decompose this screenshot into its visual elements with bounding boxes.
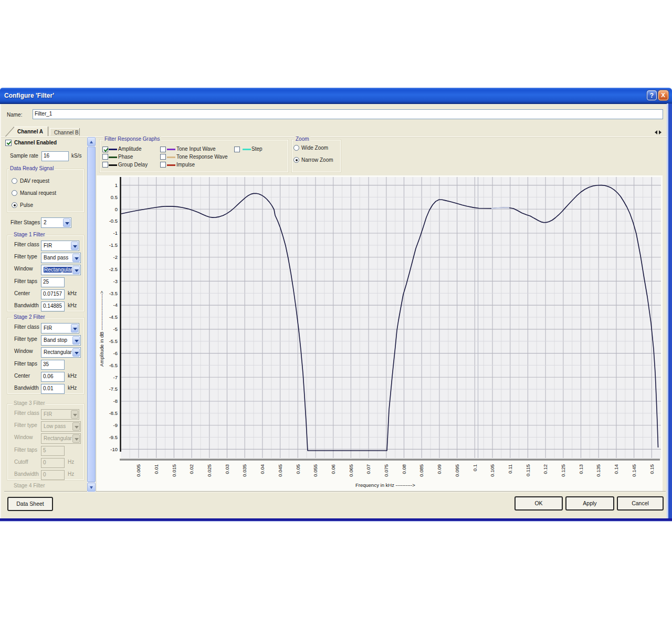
- svg-text:-1: -1: [113, 230, 118, 236]
- svg-text:-5.5: -5.5: [109, 338, 118, 344]
- svg-text:-1.5: -1.5: [109, 242, 118, 248]
- svg-text:-2: -2: [113, 254, 118, 260]
- svg-text:-8.5: -8.5: [109, 410, 118, 416]
- svg-text:-7.5: -7.5: [109, 386, 118, 392]
- svg-text:-10: -10: [110, 446, 118, 452]
- svg-text:-4: -4: [113, 302, 118, 308]
- svg-text:Amplitude in dB --------------: Amplitude in dB ---------------------->: [99, 290, 104, 367]
- svg-text:-9: -9: [113, 422, 118, 428]
- svg-text:0.15: 0.15: [649, 464, 655, 474]
- svg-text:0.095: 0.095: [454, 464, 460, 477]
- svg-text:0.025: 0.025: [206, 464, 212, 477]
- svg-text:0.125: 0.125: [560, 464, 566, 477]
- svg-text:-3: -3: [113, 278, 118, 284]
- svg-text:Frequency in kHz ---------->: Frequency in kHz ---------->: [355, 482, 415, 488]
- svg-text:0.075: 0.075: [383, 464, 389, 477]
- svg-text:0.005: 0.005: [135, 464, 141, 477]
- svg-text:0.05: 0.05: [295, 464, 301, 474]
- svg-text:0.055: 0.055: [312, 464, 318, 477]
- svg-text:0.06: 0.06: [330, 464, 336, 474]
- svg-text:0.02: 0.02: [188, 464, 194, 474]
- svg-text:0.1: 0.1: [472, 464, 478, 471]
- svg-text:-2.5: -2.5: [109, 266, 118, 272]
- svg-text:0.015: 0.015: [171, 464, 177, 477]
- svg-text:0.105: 0.105: [489, 464, 495, 477]
- svg-text:-6.5: -6.5: [109, 362, 118, 368]
- svg-text:0.065: 0.065: [348, 464, 354, 477]
- svg-text:0.12: 0.12: [542, 464, 548, 474]
- svg-text:0.115: 0.115: [525, 464, 531, 476]
- svg-text:0: 0: [115, 206, 118, 212]
- svg-text:0.04: 0.04: [259, 464, 265, 474]
- svg-text:-8: -8: [113, 398, 118, 404]
- svg-text:-6: -6: [113, 350, 118, 356]
- svg-text:0.07: 0.07: [365, 464, 371, 474]
- svg-text:0.01: 0.01: [153, 464, 159, 474]
- svg-text:0.09: 0.09: [436, 464, 442, 474]
- svg-text:0.135: 0.135: [595, 464, 601, 477]
- svg-text:-5: -5: [113, 326, 118, 332]
- svg-text:-7: -7: [113, 374, 118, 380]
- svg-text:0.085: 0.085: [418, 464, 424, 477]
- svg-text:1: 1: [115, 182, 118, 188]
- svg-text:0.5: 0.5: [111, 194, 118, 200]
- svg-text:0.08: 0.08: [401, 464, 407, 474]
- svg-text:-9.5: -9.5: [109, 434, 118, 440]
- svg-text:0.045: 0.045: [277, 464, 283, 477]
- svg-text:0.11: 0.11: [507, 464, 513, 474]
- svg-text:0.035: 0.035: [242, 464, 247, 477]
- svg-text:-4.5: -4.5: [109, 314, 118, 320]
- svg-text:-0.5: -0.5: [109, 218, 118, 224]
- svg-text:-3.5: -3.5: [109, 290, 118, 296]
- svg-text:0.145: 0.145: [631, 464, 637, 477]
- svg-text:0.03: 0.03: [224, 464, 230, 474]
- svg-text:0.13: 0.13: [578, 464, 584, 474]
- svg-text:0.14: 0.14: [613, 464, 619, 474]
